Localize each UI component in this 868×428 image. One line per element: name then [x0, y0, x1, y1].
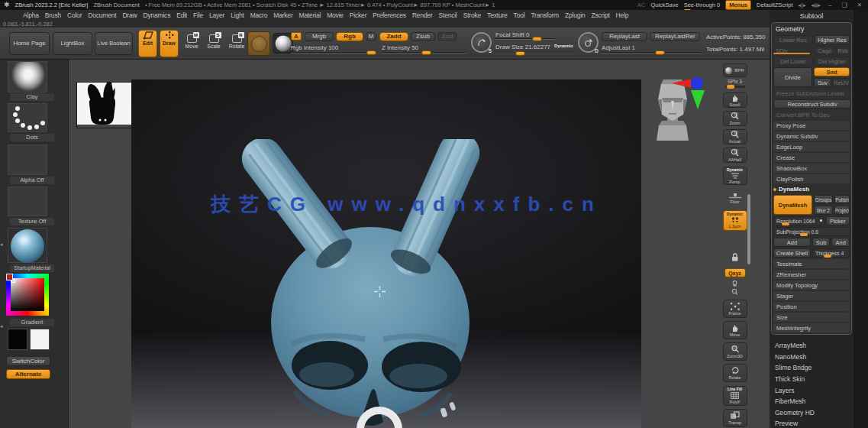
color-a-swatch[interactable]: A [291, 32, 302, 41]
mrgb-button[interactable]: Mrgb [305, 32, 334, 41]
menu-zscript[interactable]: Zscript [592, 11, 610, 19]
section-shadowbox[interactable]: ShadowBox [773, 164, 850, 173]
section-crease[interactable]: Crease [773, 153, 850, 162]
menu-transform[interactable]: Transform [531, 11, 559, 19]
rgb-intensity-slider[interactable]: Rgb Intensity 100 [291, 44, 377, 55]
resolution-slider[interactable]: Resolution 1064 [773, 216, 824, 225]
add-toggle[interactable]: Add [773, 238, 811, 247]
move-canvas-button[interactable]: Move [723, 321, 747, 339]
focal-shift-slider[interactable]: Focal Shift 0 [495, 31, 553, 41]
sub-toggle[interactable]: Sub [812, 238, 831, 247]
floor-button[interactable]: Floor [723, 192, 747, 206]
sculpt-canvas[interactable]: 技艺CG www.qdnxxfb.cn [131, 79, 641, 428]
axis-gizmo-icon[interactable] [670, 75, 712, 110]
menu-layer[interactable]: Layer [209, 11, 224, 19]
current-brush-swatch[interactable] [247, 31, 270, 56]
section-proxy-pose[interactable]: Proxy Pose [773, 121, 850, 130]
current-material-swatch[interactable] [273, 33, 293, 54]
tray-arrows-left-icon[interactable]: ◂||▸ [799, 2, 806, 8]
menu-alpha[interactable]: Alpha [23, 11, 39, 19]
qxyz-button[interactable]: Qxyz [724, 268, 746, 277]
subpalette-preview[interactable]: Preview [770, 418, 853, 428]
menu-dynamics[interactable]: Dynamics [143, 11, 170, 19]
draw-mode-button[interactable]: Draw [160, 30, 179, 57]
section-zremesher[interactable]: ZRemesher [773, 270, 850, 279]
section-modify-topology[interactable]: Modify Topology [773, 280, 850, 290]
lightbox-button[interactable]: LightBox [53, 32, 92, 55]
picker-button[interactable]: Picker [826, 216, 850, 225]
sdiv-slider[interactable]: SDiv [773, 46, 813, 55]
depth-selector[interactable]: D [578, 32, 599, 53]
color-picker-gradient[interactable] [6, 274, 49, 316]
create-shell-button[interactable]: Create Shell [773, 248, 811, 258]
menu-light[interactable]: Light [231, 11, 244, 19]
tray-arrows-right-icon[interactable]: ◂▤▸ [811, 2, 821, 8]
groups-toggle[interactable]: Groups [814, 195, 833, 204]
section-edgeloop[interactable]: EdgeLoop [773, 142, 850, 151]
persp-button[interactable]: Dynamic Persp [723, 167, 747, 185]
adjust-last-slider[interactable]: AdjustLast 1 [602, 44, 701, 55]
menu-picker[interactable]: Picker [350, 11, 366, 19]
spix-slider[interactable]: SPix 3 [723, 79, 747, 88]
restore-icon[interactable]: ❑ [840, 2, 850, 8]
rabbit-reference-image[interactable] [76, 82, 133, 128]
saturation-square[interactable] [11, 278, 44, 311]
geometry-header[interactable]: Geometry [773, 24, 850, 35]
quicksave-button[interactable]: QuickSave [650, 2, 678, 8]
subpalette-nanomesh[interactable]: NanoMesh [770, 352, 853, 363]
menu-document[interactable]: Document [88, 11, 116, 19]
section-position[interactable]: Position [773, 302, 850, 311]
blur-slider[interactable]: Blur 2 [814, 206, 833, 215]
section-dynamesh[interactable]: DynaMesh [773, 185, 850, 193]
see-through-slider[interactable]: See-through 0 [684, 2, 721, 9]
subpalette-thick-skin[interactable]: Thick Skin [770, 374, 853, 385]
zsub-button[interactable]: Zsub [411, 32, 435, 41]
section-claypolish[interactable]: ClayPolish [773, 174, 850, 183]
subpalette-geometry-hd[interactable]: Geometry HD [770, 407, 853, 419]
menu-file[interactable]: File [193, 11, 203, 19]
current-alpha-thumbnail[interactable] [8, 144, 47, 175]
close-icon[interactable]: ✕ [855, 2, 864, 8]
menu-macro[interactable]: Macro [250, 11, 268, 19]
section-stager[interactable]: Stager [773, 291, 850, 300]
draw-size-slider[interactable]: Draw Size 21.62277 Dynamic [495, 44, 575, 56]
and-toggle[interactable]: And [831, 238, 850, 247]
rotate-mode-button[interactable]: R Rotate [227, 34, 247, 54]
z-intensity-slider[interactable]: Z Intensity 50 [382, 44, 467, 55]
live-boolean-button[interactable]: Live Boolean [95, 32, 133, 55]
current-brush-thumbnail[interactable] [8, 61, 47, 92]
menu-help[interactable]: Help [616, 11, 629, 19]
bpr-button[interactable]: BPR [723, 63, 747, 77]
project-toggle[interactable]: Project [834, 206, 850, 215]
default-zscript-button[interactable]: DefaultZScript [757, 2, 793, 8]
menu-texture[interactable]: Texture [487, 11, 507, 19]
current-material-thumbnail[interactable] [8, 228, 47, 263]
current-texture-thumbnail[interactable] [8, 186, 47, 216]
rgb-button[interactable]: Rgb [336, 32, 363, 41]
subpalette-fibermesh[interactable]: FiberMesh [770, 396, 853, 407]
switch-color-button[interactable]: SwitchColor [6, 356, 50, 366]
skull-rabbit-model[interactable] [221, 139, 511, 428]
minimize-icon[interactable]: – [826, 2, 834, 8]
aahalf-button[interactable]: AAHalf [723, 148, 747, 163]
main-color-swatch[interactable] [8, 329, 27, 350]
menu-color[interactable]: Color [67, 11, 82, 19]
dynamesh-button[interactable]: DynaMesh [773, 195, 812, 215]
stroke-selector[interactable]: S [471, 32, 492, 53]
reconstruct-subdiv-button[interactable]: Reconstruct Subdiv [773, 99, 851, 109]
edit-mode-button[interactable]: Edit [138, 30, 157, 57]
polyframe-button[interactable]: Line Fill PolyF [723, 386, 747, 406]
tray-divider-chevron-icon[interactable]: ◂ [0, 242, 3, 248]
strip-scrollbar[interactable] [747, 194, 750, 264]
replay-last-button[interactable]: ReplayLast [602, 32, 647, 41]
menu-stroke[interactable]: Stroke [463, 11, 481, 19]
section-dynamic-subdiv[interactable]: Dynamic Subdiv [773, 131, 850, 141]
transp-button[interactable]: Transp [723, 409, 747, 427]
replay-last-rel-button[interactable]: ReplayLastRel [650, 32, 700, 41]
menu-material[interactable]: Material [299, 11, 321, 19]
subpalette-slime-bridge[interactable]: Slime Bridge [770, 362, 853, 374]
menu-marker[interactable]: Marker [273, 11, 292, 19]
menu-edit[interactable]: Edit [176, 11, 187, 19]
menus-button[interactable]: Menus [725, 0, 751, 10]
section-tessimate[interactable]: Tessimate [773, 259, 850, 268]
